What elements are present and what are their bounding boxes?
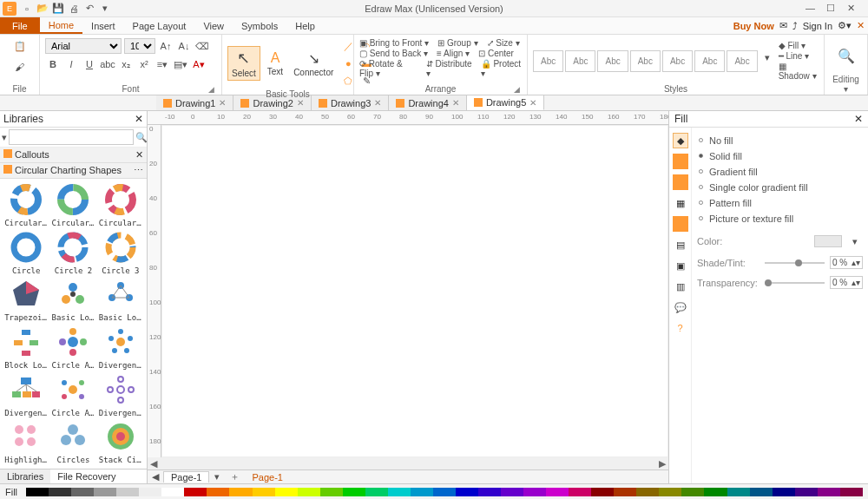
paste-icon[interactable]: 📋 <box>12 38 28 54</box>
underline-icon[interactable]: U <box>82 56 97 72</box>
minimize-icon[interactable]: — <box>806 3 818 14</box>
page-next-icon[interactable]: ▾ <box>209 469 225 485</box>
shape-item[interactable]: Divergent… <box>98 325 143 371</box>
palette-color[interactable] <box>727 488 750 496</box>
shape-item[interactable]: Circle Ar… <box>50 325 95 371</box>
qat-open-icon[interactable]: 📂 <box>36 3 49 15</box>
document-tab[interactable]: Drawing4✕ <box>389 95 466 110</box>
shape-item[interactable]: Circles <box>50 419 95 465</box>
document-tab[interactable]: Drawing1✕ <box>156 95 233 110</box>
style-swatch[interactable]: Abc <box>630 50 661 72</box>
bring-to-front-button[interactable]: ▣ Bring to Front ▾ <box>359 38 429 48</box>
lib-menu-icon[interactable]: ▾ <box>2 129 7 145</box>
palette-color[interactable] <box>840 488 863 496</box>
share-icon[interactable]: ⤴ <box>792 21 798 31</box>
palette-color[interactable] <box>116 488 139 496</box>
fill-tab-icon[interactable]: ◆ <box>673 133 688 148</box>
align-button[interactable]: ≡ Align ▾ <box>437 49 470 58</box>
palette-color[interactable] <box>26 488 49 496</box>
sub-icon[interactable]: x₂ <box>118 56 134 72</box>
libraries-close-icon[interactable]: ✕ <box>135 113 143 125</box>
style-swatch[interactable]: Abc <box>597 50 628 72</box>
fill-option[interactable]: Pattern fill <box>697 195 863 211</box>
tab-close-icon[interactable]: ✕ <box>452 98 459 108</box>
page-tab[interactable]: Page-1 <box>163 471 209 483</box>
scroll-left-icon[interactable]: ◀ <box>148 458 160 469</box>
close-icon[interactable]: ✕ <box>847 3 859 14</box>
font-size-select[interactable]: 10 <box>124 38 155 54</box>
page-tab-icon[interactable]: ▤ <box>673 237 688 253</box>
maximize-icon[interactable]: ☐ <box>826 3 838 14</box>
palette-color[interactable] <box>501 488 523 496</box>
size-button[interactable]: ⤢ Size ▾ <box>487 38 520 48</box>
comment-tab-icon[interactable]: 💬 <box>673 299 688 315</box>
palette-color[interactable] <box>433 488 456 496</box>
shape-item[interactable]: Circle <box>3 230 49 276</box>
shape-item[interactable]: Block Loop <box>3 325 49 371</box>
protect-button[interactable]: 🔒 Protect ▾ <box>481 59 522 78</box>
canvas[interactable] <box>161 125 668 457</box>
help-tab-icon[interactable]: ? <box>673 320 688 336</box>
shape-item[interactable]: Trapezoid… <box>3 277 49 323</box>
palette-color[interactable] <box>773 488 795 496</box>
shape-item[interactable]: Divergent… <box>98 372 143 418</box>
style-swatch[interactable]: Abc <box>662 50 693 72</box>
palette-color[interactable] <box>411 488 433 496</box>
palette-color[interactable] <box>456 488 478 496</box>
select-tool[interactable]: ↖Select <box>227 46 260 81</box>
sup-icon[interactable]: x² <box>136 56 152 72</box>
palette-color[interactable] <box>49 488 71 496</box>
center-button[interactable]: ⊡ Center <box>478 49 514 58</box>
horizontal-scrollbar[interactable]: ◀ ▶ <box>148 457 668 469</box>
palette-color[interactable] <box>229 488 252 496</box>
file-menu[interactable]: File <box>0 17 40 34</box>
style-swatch[interactable]: Abc <box>694 50 725 72</box>
menu-symbols[interactable]: Symbols <box>233 17 286 34</box>
fill-option[interactable]: Solid fill <box>697 148 863 164</box>
shadow-tab-icon[interactable] <box>673 174 688 190</box>
shape-item[interactable]: Circle 3 <box>98 230 143 276</box>
italic-icon[interactable]: I <box>63 56 79 72</box>
style-gallery-more-icon[interactable]: ▾ <box>760 50 775 66</box>
group-button[interactable]: ⊞ Group ▾ <box>437 38 477 48</box>
palette-color[interactable] <box>207 488 229 496</box>
shade-value[interactable]: 0 %▴▾ <box>830 256 863 269</box>
style-swatch[interactable]: Abc <box>727 50 757 72</box>
send-to-back-button[interactable]: ▢ Send to Back ▾ <box>359 49 428 58</box>
style-swatch[interactable]: Abc <box>533 50 563 72</box>
settings-icon[interactable]: ⚙▾ <box>838 20 852 31</box>
lib-tab-libraries[interactable]: Libraries <box>0 469 50 483</box>
palette-color[interactable] <box>298 488 320 496</box>
palette-color[interactable] <box>478 488 501 496</box>
palette-color[interactable] <box>704 488 727 496</box>
highlight-icon[interactable]: ▤▾ <box>173 56 188 72</box>
section-expand-icon[interactable]: ⋯ <box>134 165 143 176</box>
picture-tab-icon[interactable]: ▦ <box>673 195 688 211</box>
palette-color[interactable] <box>659 488 681 496</box>
shape-item[interactable]: Highlight… <box>3 419 49 465</box>
signin-link[interactable]: Sign In <box>803 21 832 31</box>
buy-now-link[interactable]: Buy Now <box>733 21 774 31</box>
line-dropdown[interactable]: ━ Line ▾ <box>779 51 819 61</box>
qat-print-icon[interactable]: 🖨 <box>68 3 80 15</box>
color-palette-strip[interactable] <box>26 488 863 496</box>
distribute-button[interactable]: ⇵ Distribute ▾ <box>426 59 472 78</box>
section-circular[interactable]: Circular Charting Shapes ⋯ <box>0 163 147 179</box>
scroll-right-icon[interactable]: ▶ <box>656 458 668 469</box>
shadow-dropdown[interactable]: ▦ Shadow ▾ <box>779 62 819 81</box>
menu-view[interactable]: View <box>194 17 233 34</box>
shape-item[interactable]: Circular … <box>98 182 143 228</box>
libraries-search-input[interactable] <box>9 129 134 145</box>
font-name-select[interactable]: Arial <box>45 38 122 54</box>
shape-item[interactable]: Circular … <box>3 182 49 228</box>
bullets-icon[interactable]: ≡▾ <box>155 56 170 72</box>
style-gallery[interactable]: Abc Abc Abc Abc Abc Abc Abc ▾ <box>533 50 775 72</box>
qat-save-icon[interactable]: 💾 <box>52 3 64 15</box>
shape-item[interactable]: Stack Cir… <box>98 419 143 465</box>
palette-color[interactable] <box>275 488 298 496</box>
fill-option[interactable]: No fill <box>697 133 863 148</box>
lib-tab-file-recovery[interactable]: File Recovery <box>50 469 122 483</box>
palette-color[interactable] <box>161 488 184 496</box>
palette-color[interactable] <box>139 488 161 496</box>
clear-format-icon[interactable]: ⌫ <box>194 38 210 54</box>
